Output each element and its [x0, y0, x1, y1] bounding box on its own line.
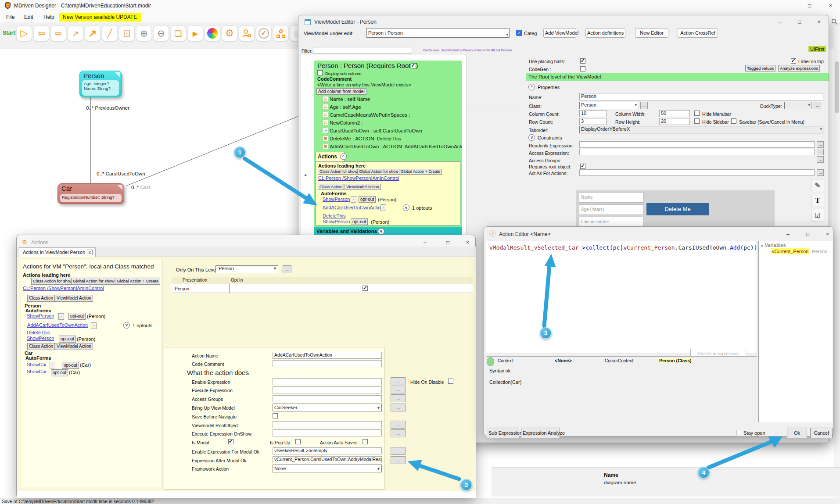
class-action-button[interactable]: Class Action — [27, 295, 55, 302]
vme-maximize-button[interactable]: □ — [798, 19, 801, 25]
add-viewmodel-button[interactable]: Add ViewModel — [543, 28, 576, 38]
viewmodel-rootobject-ellipsis-button[interactable]: ... — [391, 421, 406, 429]
tree-item-deleteme[interactable]: DeleteMe : ACTION: DeleteThis — [330, 136, 401, 141]
constraints-expand-icon[interactable]: v — [528, 134, 535, 141]
access-groups-ellipsis-button[interactable]: ... — [391, 394, 406, 402]
form-mini-icon[interactable]: ↗ — [58, 313, 64, 320]
viewmodel-action-button[interactable]: ViewModel Action — [55, 343, 93, 350]
deletethis-link[interactable]: DeleteThis — [323, 213, 346, 218]
action-crossref-button[interactable]: Action CrossRef — [678, 28, 718, 38]
form-mini-icon[interactable]: ↗ — [50, 362, 55, 368]
showperson-link[interactable]: ShowPerson — [323, 197, 350, 202]
showcar-link2[interactable]: ShowCar — [27, 369, 47, 374]
enable-modal-ok-ellipsis-button[interactable]: ... — [391, 447, 406, 455]
expand-down-icon[interactable]: v — [378, 228, 384, 235]
expression-analyze-button[interactable]: Expression Analyze — [521, 428, 560, 438]
enable-expression-ellipsis-button[interactable]: ... — [391, 377, 406, 385]
access-expression-input[interactable] — [579, 149, 815, 155]
enable-modal-ok-input[interactable]: vSeekerResult->notempty — [273, 447, 382, 454]
actions-maximize-button[interactable]: □ — [446, 239, 449, 246]
is-modal-checkbox[interactable] — [228, 439, 233, 444]
tab-close-icon[interactable]: X — [87, 250, 93, 255]
tree-item-name[interactable]: Name : self.Name — [330, 97, 370, 102]
requires-root-checkbox[interactable] — [411, 63, 416, 68]
execute-onshow-ellipsis-button[interactable]: ... — [391, 429, 406, 437]
analyze-expressions-button[interactable]: Analyze expressions — [778, 65, 820, 71]
preview-name-field[interactable]: Name — [579, 192, 644, 203]
showcar-link[interactable]: ShowCar — [27, 362, 47, 367]
cl-person-link[interactable]: CL:Person /ShowPersonIAmInControl — [23, 286, 104, 291]
readonly-expression-input[interactable] — [579, 141, 815, 148]
expression-after-ok-input[interactable]: vCurrent_Person.CarsIUsedToOwn.Add(vModa… — [273, 456, 382, 463]
is-popup-checkbox[interactable] — [295, 439, 301, 444]
tree-root-header[interactable]: Person : Person (Requires Root) — [317, 62, 418, 69]
link-person[interactable]: Person — [501, 48, 512, 52]
hide-sidebar-checkbox[interactable] — [694, 118, 700, 124]
class-action-button[interactable]: Class Action — [318, 184, 344, 190]
diagram-prop-name-value[interactable]: diagram.name — [604, 480, 636, 485]
optin-table-row[interactable]: :Person — [172, 284, 473, 293]
preview-delete-button[interactable]: Delete Me — [646, 203, 709, 215]
only-on-level-select[interactable]: :Person▼ — [215, 265, 278, 273]
action-name-input[interactable]: AddACarIUsedToOwnAction — [273, 352, 382, 359]
sub-expression-button[interactable]: Sub Expression — [487, 428, 519, 438]
column-width-input[interactable]: 50 — [659, 110, 690, 117]
readonly-ellipsis-button[interactable]: ... — [817, 141, 824, 148]
expression-after-ok-ellipsis-button[interactable]: ... — [391, 456, 406, 464]
add-column-button[interactable]: Add column from model — [316, 88, 366, 95]
hide-on-disable-checkbox[interactable] — [448, 379, 453, 384]
cancel-button[interactable]: Cancel — [810, 428, 833, 438]
only-on-level-ellipsis-button[interactable]: ... — [283, 265, 291, 273]
ducktype-ellipsis-button[interactable]: ... — [814, 102, 821, 109]
optin-checkbox[interactable] — [363, 286, 368, 291]
tree-item-newcolumn[interactable]: NewColumn2 : — [330, 120, 363, 125]
viewmodel-rootobject-input[interactable] — [273, 421, 382, 428]
variable-entry[interactable]: vCurrent_Person: Person — [771, 249, 827, 254]
global-action-create-button[interactable]: Global Action + Create — [115, 278, 160, 285]
framework-action-select[interactable]: None▼ — [273, 465, 382, 472]
bring-up-ellipsis-button[interactable]: ... — [391, 404, 406, 411]
action-definitions-button[interactable]: Action definitions — [585, 28, 625, 38]
properties-collapse-icon[interactable]: ^ — [528, 84, 535, 90]
opt-out-button[interactable]: opt-out — [359, 196, 376, 203]
requires-root-object-checkbox[interactable] — [580, 164, 585, 169]
showperson-link2[interactable]: ShowPerson — [323, 219, 350, 224]
act-as-ellipsis-button[interactable]: ... — [817, 169, 824, 176]
tagged-values-button[interactable]: Tagged values — [745, 65, 775, 71]
action-auto-saves-checkbox[interactable] — [363, 439, 368, 444]
filter-input[interactable] — [313, 47, 412, 54]
access-groups-input[interactable] — [273, 395, 382, 402]
optouts-chevron-icon[interactable]: v — [123, 322, 130, 329]
optouts-chevron-icon[interactable]: v — [403, 204, 409, 211]
variables-panel-header[interactable]: ▸ Variables — [761, 243, 786, 248]
text-tool-button[interactable]: T — [811, 194, 824, 207]
preview-age-field[interactable]: Age (Years) — [579, 204, 644, 215]
class-action-show-button[interactable]: Class Action for show — [31, 278, 75, 285]
code-comment-input[interactable] — [273, 360, 382, 367]
display-sub-column-checkbox[interactable] — [317, 70, 323, 75]
global-action-create-button[interactable]: Global Action + Create — [399, 169, 442, 175]
opt-out-button[interactable]: opt-out — [59, 336, 76, 343]
code-comment-hint[interactable]: <Write a line on why this ViewModel exis… — [317, 82, 411, 87]
optin-column-header[interactable]: Opt In — [231, 278, 243, 282]
enable-expression-input[interactable] — [273, 378, 382, 385]
showperson-link2[interactable]: ShowPerson — [27, 336, 54, 341]
actions-minimize-button[interactable]: – — [424, 239, 427, 246]
opt-out-button[interactable]: opt-out — [351, 218, 368, 225]
class-ellipsis-button[interactable]: ... — [640, 102, 648, 109]
person-class-box[interactable]: Person Age: Integer? Name: String? — [79, 71, 122, 97]
execute-onshow-input[interactable] — [273, 429, 382, 436]
ok-button[interactable]: Ok — [787, 428, 807, 438]
actions-close-button[interactable]: × — [466, 239, 469, 246]
editor-close-button[interactable]: × — [826, 231, 829, 237]
global-action-show-button[interactable]: Global Action for show — [71, 278, 116, 285]
savebar-checkbox[interactable] — [731, 118, 736, 124]
row-count-input[interactable]: 3 — [579, 118, 607, 125]
row-height-input[interactable]: 20 — [659, 118, 690, 125]
class-action-show-button[interactable]: Class Action for show — [318, 169, 359, 175]
tree-collapse-icon[interactable]: ◂ — [304, 172, 306, 177]
actions-panel-divider[interactable] — [162, 260, 162, 487]
addacar-action-link[interactable]: AddACarIUsedToOwnAction — [323, 205, 383, 210]
vme-close-button[interactable]: × — [818, 19, 821, 25]
opt-out-button[interactable]: opt-out — [62, 362, 79, 369]
